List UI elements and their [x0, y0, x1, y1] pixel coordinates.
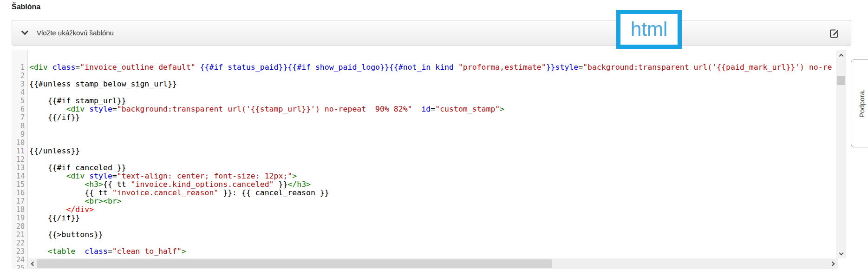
code-line: 18 </div> — [12, 205, 846, 214]
line-number: 14 — [12, 172, 28, 180]
code-line: 2 — [12, 72, 846, 80]
html-badge-label: html — [631, 18, 667, 40]
line-number: 2 — [12, 72, 28, 80]
horizontal-scrollbar-thumb[interactable] — [37, 259, 552, 268]
line-number: 8 — [12, 122, 28, 130]
sample-template-accordion[interactable]: Vložte ukážkovú šablónu — [12, 20, 851, 46]
line-number: 9 — [12, 130, 28, 139]
code-line: 4 — [12, 88, 846, 97]
line-number: 17 — [12, 197, 28, 205]
code-text: {{#if canceled }} — [28, 164, 126, 172]
code-line: 22 — [12, 239, 846, 247]
code-line: 6 <div style="background:transparent url… — [12, 105, 846, 113]
line-number: 23 — [12, 247, 28, 256]
line-number: 11 — [12, 147, 28, 155]
code-text — [28, 88, 29, 97]
line-number: 25 — [12, 264, 28, 269]
code-line: 13 {{#if canceled }} — [12, 164, 846, 172]
code-text: </div> — [28, 205, 94, 214]
code-line: 15 <h3>{{ tt "invoice.kind_options.cance… — [12, 180, 846, 189]
code-line: 12 — [12, 155, 846, 164]
code-text: {{/if}} — [28, 214, 80, 222]
code-text: <table class="clean to_half"> — [28, 247, 186, 256]
line-number: 21 — [12, 231, 28, 239]
vertical-scrollbar-thumb[interactable] — [837, 76, 845, 85]
chevron-left-icon — [31, 261, 36, 266]
code-line: 19 {{/if}} — [12, 214, 846, 222]
code-line: 8 — [12, 122, 846, 130]
code-text: <div class="invoice_outline default" {{#… — [28, 63, 832, 72]
code-line: 20 — [12, 222, 846, 231]
accordion-label: Vložte ukážkovú šablónu — [37, 29, 114, 37]
code-line: 11{{/unless}} — [12, 147, 846, 155]
page-title: Šablóna — [12, 3, 40, 11]
edit-pencil-square-icon — [829, 33, 840, 40]
line-number: 4 — [12, 88, 28, 97]
line-number: 20 — [12, 222, 28, 231]
line-number: 16 — [12, 189, 28, 197]
line-number: 3 — [12, 80, 28, 88]
support-side-tab[interactable]: Podpora. — [851, 59, 868, 147]
edit-template-button[interactable] — [829, 28, 840, 39]
code-line: 5 {{#if stamp_url}} — [12, 97, 846, 105]
chevron-down-icon — [839, 251, 843, 256]
scroll-down-button[interactable] — [836, 249, 846, 258]
scroll-left-button[interactable] — [28, 258, 37, 269]
line-number: 13 — [12, 164, 28, 172]
template-code-editor[interactable]: 1<div class="invoice_outline default" {{… — [12, 50, 846, 269]
line-number: 10 — [12, 139, 28, 147]
code-text: {{#unless stamp_below_sign_url}} — [28, 80, 177, 88]
code-line: 1<div class="invoice_outline default" {{… — [12, 63, 846, 72]
code-text: <br><br> — [28, 197, 122, 205]
scroll-right-button[interactable] — [829, 258, 838, 269]
vertical-scrollbar[interactable] — [836, 50, 846, 258]
support-tab-label: Podpora. — [858, 89, 866, 118]
code-text: <h3>{{ tt "invoice.kind_options.canceled… — [28, 180, 311, 189]
line-number: 1 — [12, 63, 28, 72]
code-line: 21 {{>buttons}} — [12, 231, 846, 239]
code-line: 10 — [12, 139, 846, 147]
line-number: 7 — [12, 113, 28, 122]
code-line: 16 {{ tt "invoice.cancel_reason" }}: {{ … — [12, 189, 846, 197]
code-line: 9 — [12, 130, 846, 139]
line-number: 6 — [12, 105, 28, 113]
line-number: 24 — [12, 256, 28, 264]
code-text: {{/unless}} — [28, 147, 80, 155]
code-line: 17 <br><br> — [12, 197, 846, 205]
line-number: 19 — [12, 214, 28, 222]
code-text — [28, 122, 29, 130]
code-line: 7 {{/if}} — [12, 113, 846, 122]
chevron-up-icon — [839, 53, 843, 58]
code-text — [28, 139, 29, 147]
scroll-up-button[interactable] — [836, 50, 846, 59]
line-number: 18 — [12, 205, 28, 214]
line-number: 15 — [12, 180, 28, 189]
code-text: <div style="background:transparent url('… — [28, 105, 504, 113]
code-text — [28, 72, 29, 80]
code-text — [28, 130, 29, 139]
code-text — [28, 222, 29, 231]
code-text: {{ tt "invoice.cancel_reason" }}: {{ can… — [28, 189, 329, 197]
code-line: 23 <table class="clean to_half"> — [12, 247, 846, 256]
code-line: 14 <div style="text-align: center; font-… — [12, 172, 846, 180]
html-highlight-badge: html — [616, 10, 682, 49]
code-text — [28, 239, 29, 247]
code-line: 3{{#unless stamp_below_sign_url}} — [12, 80, 846, 88]
code-text — [28, 155, 29, 164]
line-number: 5 — [12, 97, 28, 105]
chevron-down-icon — [21, 28, 29, 35]
code-text: {{#if stamp_url}} — [28, 97, 126, 105]
line-number: 22 — [12, 239, 28, 247]
line-number: 12 — [12, 155, 28, 164]
horizontal-scrollbar[interactable] — [28, 258, 838, 269]
code-lines: 1<div class="invoice_outline default" {{… — [12, 63, 846, 269]
code-text: {{/if}} — [28, 113, 80, 122]
chevron-right-icon — [830, 261, 835, 266]
code-text: <div style="text-align: center; font-siz… — [28, 172, 297, 180]
code-text: {{>buttons}} — [28, 231, 103, 239]
